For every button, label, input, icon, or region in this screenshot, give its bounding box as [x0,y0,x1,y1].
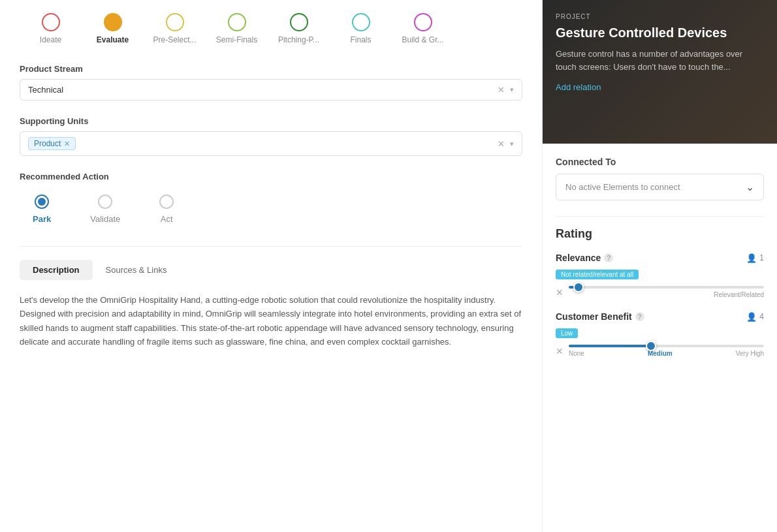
relevance-labels: Relevant/Related [569,291,764,298]
product-tag: Product ✕ [28,137,76,150]
supporting-units-label: Supporting Units [20,116,522,126]
supporting-units-select[interactable]: Product ✕ ✕ ▾ [20,131,522,156]
step-label-evaluate: Evaluate [97,35,129,44]
pipeline-step-pitching[interactable]: Pitching-P... [268,13,330,44]
step-label-ideate: Ideate [40,35,61,44]
step-circle-pitching [290,13,308,31]
pipeline-step-finals[interactable]: Finals [330,13,392,44]
step-label-semifinals: Semi-Finals [216,35,257,44]
step-label-finals: Finals [350,35,371,44]
right-panel-body: Connected To No active Elements to conne… [543,144,777,383]
tab-description[interactable]: Description [20,260,93,280]
product-stream-clear-icon[interactable]: ✕ [498,85,505,95]
relevance-clear-icon[interactable]: ✕ [556,287,563,298]
step-circle-semifinals [228,13,246,31]
customer-benefit-slider[interactable]: None Medium Very High [569,345,764,357]
connected-to-label: Connected To [556,157,764,167]
pipeline-step-ideate[interactable]: Ideate [20,13,82,44]
relevance-thumb[interactable] [573,282,584,292]
action-park-radio [35,195,49,209]
project-add-relation-button[interactable]: Add relation [556,82,764,92]
supporting-units-tags: Product ✕ [28,137,76,150]
project-card-description: Gesture control has a number of advantag… [556,48,764,73]
product-stream-select[interactable]: Technical ✕ ▾ [20,79,522,101]
customer-benefit-tooltip-badge: Low [556,328,578,338]
user-icon-2: 👤 [746,312,757,322]
product-tag-label: Product [34,139,61,148]
customer-benefit-rating-item: Customer Benefit ? 👤 4 Low ✕ [556,311,764,357]
description-text: Let's develop the the OmniGrip Hospitali… [20,293,522,349]
supporting-units-clear-icon[interactable]: ✕ [498,139,505,149]
step-label-pitching: Pitching-P... [278,35,319,44]
step-circle-ideate [42,13,60,31]
pipeline-step-preselect[interactable]: Pre-Select... [144,13,206,44]
relevance-max-label: Relevant/Related [714,291,764,298]
customer-benefit-high-label: Very High [736,350,764,357]
pipeline: Ideate Evaluate Pre-Select... Semi-Final… [20,13,522,44]
action-act-radio [159,195,174,209]
relevance-user-count: 👤 1 [746,253,764,263]
relevance-slider-row: ✕ Relevant/Related [556,286,764,298]
relevance-track [569,286,764,289]
project-card-title: Gesture Controlled Devices [556,24,764,41]
connected-to-select[interactable]: No active Elements to connect ⌄ [556,174,764,200]
pipeline-step-semifinals[interactable]: Semi-Finals [206,13,268,44]
action-validate[interactable]: Validate [90,195,120,224]
relevance-label: Relevance ? [556,253,613,263]
right-panel: PROJECT Gesture Controlled Devices Gestu… [542,0,777,532]
project-card: PROJECT Gesture Controlled Devices Gestu… [543,0,777,144]
content-tabs: Description Sources & Links [20,260,522,280]
customer-benefit-none-label: None [569,350,584,357]
relevance-tooltip: Not related/relevant at all [556,268,764,283]
relevance-rating-item: Relevance ? 👤 1 Not related/relevant at … [556,253,764,298]
relevance-tooltip-badge: Not related/relevant at all [556,270,639,279]
section-divider [20,246,522,247]
product-tag-remove-icon[interactable]: ✕ [64,140,70,148]
product-stream-section: Product Stream Technical ✕ ▾ [20,64,522,101]
step-circle-preselect [166,13,184,31]
relevance-slider[interactable]: Relevant/Related [569,286,764,298]
action-park-label: Park [33,214,51,224]
project-card-label: PROJECT [556,13,764,20]
step-label-preselect: Pre-Select... [153,35,196,44]
connected-to-arrow-icon: ⌄ [746,181,754,193]
supporting-units-arrow-icon[interactable]: ▾ [510,140,514,148]
supporting-units-section: Supporting Units Product ✕ ✕ ▾ [20,116,522,156]
customer-benefit-help-icon[interactable]: ? [635,312,644,321]
customer-benefit-labels: None Medium Very High [569,350,764,357]
action-validate-radio [98,195,112,209]
project-card-content: PROJECT Gesture Controlled Devices Gestu… [556,13,764,92]
rating-title: Rating [556,227,764,241]
customer-benefit-thumb[interactable] [646,341,656,351]
relevance-header: Relevance ? 👤 1 [556,253,764,263]
user-icon: 👤 [746,253,757,263]
action-validate-label: Validate [90,214,120,224]
customer-benefit-slider-row: ✕ None Medium Very High [556,345,764,357]
pipeline-step-build[interactable]: Build & Gr... [392,13,454,44]
action-park[interactable]: Park [33,195,51,224]
tab-sources[interactable]: Sources & Links [93,260,180,280]
action-act-label: Act [161,214,173,224]
action-act[interactable]: Act [159,195,174,224]
customer-benefit-fill [569,345,651,347]
recommended-action-section: Recommended Action Park Validate Act [20,172,522,230]
product-stream-arrow-icon[interactable]: ▾ [510,86,514,94]
customer-benefit-clear-icon[interactable]: ✕ [556,346,563,356]
connected-to-section: Connected To No active Elements to conne… [556,157,764,200]
product-stream-controls: ✕ ▾ [498,85,514,95]
step-circle-build [414,13,432,31]
customer-benefit-header: Customer Benefit ? 👤 4 [556,311,764,322]
step-circle-evaluate [104,13,122,31]
customer-benefit-user-count: 👤 4 [746,312,764,322]
connected-to-placeholder: No active Elements to connect [565,182,680,192]
rating-section: Rating Relevance ? 👤 1 Not [556,227,764,357]
customer-benefit-label: Customer Benefit ? [556,311,644,322]
rating-divider [556,216,764,217]
step-circle-finals [352,13,370,31]
recommended-action-label: Recommended Action [20,172,522,181]
left-panel: Ideate Evaluate Pre-Select... Semi-Final… [0,0,542,532]
supporting-units-controls: ✕ ▾ [498,139,514,149]
relevance-help-icon[interactable]: ? [604,253,613,262]
pipeline-step-evaluate[interactable]: Evaluate [82,13,144,44]
product-stream-label: Product Stream [20,64,522,74]
